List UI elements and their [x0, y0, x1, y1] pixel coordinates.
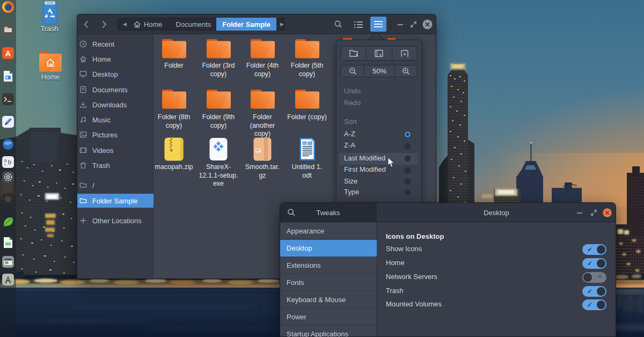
svg-text:c: c — [4, 162, 6, 167]
svg-text:b: b — [8, 159, 11, 165]
svg-text:A: A — [5, 49, 11, 58]
